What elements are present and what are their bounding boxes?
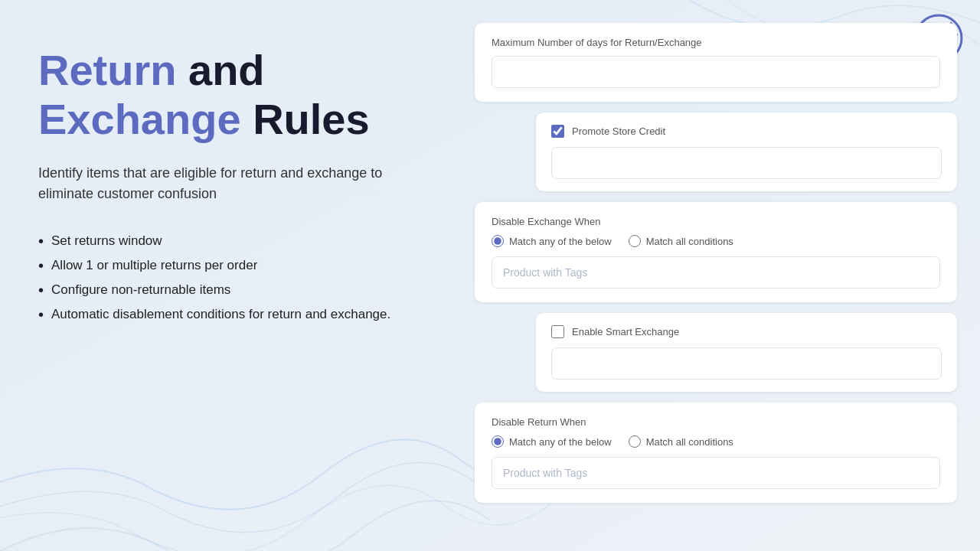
promote-store-credit-input[interactable] [551,147,942,179]
bullet-item: Allow 1 or multiple returns per order [38,253,406,278]
enable-smart-exchange-label[interactable]: Enable Smart Exchange [572,326,679,337]
bullet-item: Configure non-returnable items [38,278,406,302]
disable-return-radio2-row: Match all conditions [629,435,733,448]
max-days-input[interactable] [492,56,940,88]
disable-exchange-radio-all[interactable] [629,235,641,247]
enable-smart-exchange-checkbox[interactable] [551,325,564,338]
disable-exchange-radio1-row: Match any of the below [492,235,612,247]
disable-return-radio-all[interactable] [629,435,641,448]
disable-return-radio2-label[interactable]: Match all conditions [646,436,733,448]
disable-exchange-card: Disable Exchange When Match any of the b… [475,202,957,302]
enable-smart-exchange-card: Enable Smart Exchange [536,313,957,392]
max-days-label: Maximum Number of days for Return/Exchan… [492,37,940,48]
promote-store-credit-card: Promote Store Credit [536,112,957,191]
page-title: Return and Exchange Rules [38,46,406,145]
disable-return-radio1-label[interactable]: Match any of the below [509,436,612,448]
disable-return-radio-group: Match any of the below Match all conditi… [492,435,940,448]
disable-exchange-tags-input[interactable] [492,256,940,289]
disable-return-radio-any[interactable] [492,435,504,448]
bullet-item: Automatic disablement conditions for ret… [38,302,406,327]
disable-return-label: Disable Return When [492,416,940,428]
enable-smart-exchange-input[interactable] [551,347,942,380]
right-panel: Maximum Number of days for Return/Exchan… [459,0,980,551]
disable-exchange-radio-any[interactable] [492,235,504,247]
disable-return-radio1-row: Match any of the below [492,435,612,448]
left-panel: Return and Exchange Rules Identify items… [0,0,444,551]
promote-store-credit-checkbox[interactable] [551,125,564,138]
disable-exchange-radio1-label[interactable]: Match any of the below [509,236,612,247]
feature-list: Set returns windowAllow 1 or multiple re… [38,229,406,327]
disable-exchange-label: Disable Exchange When [492,216,940,227]
subtitle-text: Identify items that are eligible for ret… [38,163,406,204]
disable-return-card: Disable Return When Match any of the bel… [475,403,957,503]
max-days-card: Maximum Number of days for Return/Exchan… [475,23,957,102]
disable-exchange-radio2-label[interactable]: Match all conditions [646,236,733,247]
promote-store-credit-label[interactable]: Promote Store Credit [572,126,665,137]
disable-return-tags-input[interactable] [492,457,940,489]
disable-exchange-radio2-row: Match all conditions [629,235,733,247]
disable-exchange-radio-group: Match any of the below Match all conditi… [492,235,940,247]
bullet-item: Set returns window [38,229,406,253]
